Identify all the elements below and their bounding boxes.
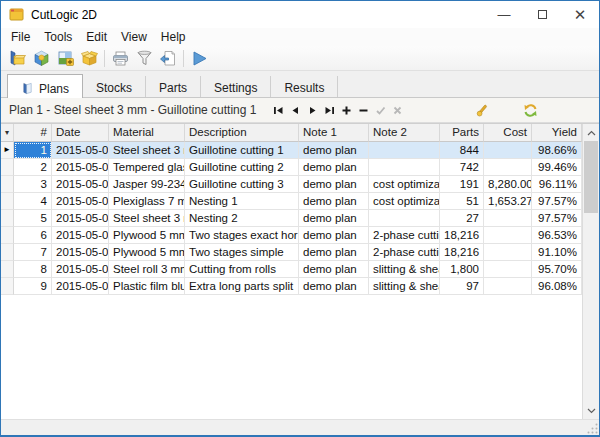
import-button[interactable] bbox=[156, 47, 180, 69]
grid-cell[interactable]: Plywood 5 mm bbox=[109, 227, 185, 244]
grid-cell[interactable]: 97.57% bbox=[532, 193, 582, 210]
grid-cell[interactable]: 98.66% bbox=[532, 142, 582, 159]
grid-cell[interactable]: demo plan bbox=[299, 278, 369, 295]
table-row[interactable]: 32015-05-05Jasper 99-234Guillotine cutti… bbox=[1, 176, 582, 193]
tab-parts[interactable]: Parts bbox=[146, 76, 201, 97]
grid-cell[interactable]: demo plan bbox=[299, 244, 369, 261]
grid-cell[interactable]: 2015-05-05 bbox=[52, 244, 109, 261]
grid-cell[interactable]: demo plan bbox=[299, 176, 369, 193]
grid-cell[interactable]: 2015-05-05 bbox=[52, 227, 109, 244]
stocks-button[interactable] bbox=[29, 47, 53, 69]
parts-button[interactable] bbox=[53, 47, 77, 69]
table-row[interactable]: 82015-05-05Steel roll 3 mmCutting from r… bbox=[1, 261, 582, 278]
delete-record-button[interactable] bbox=[355, 102, 372, 119]
insert-record-button[interactable] bbox=[338, 102, 355, 119]
grid-cell[interactable]: 1,653.27 bbox=[484, 193, 532, 210]
table-row[interactable]: 42015-05-05Plexiglass 7 mmNesting 1demo … bbox=[1, 193, 582, 210]
grid-cell[interactable]: 51 bbox=[440, 193, 484, 210]
post-edit-button[interactable] bbox=[372, 102, 389, 119]
grid-cell[interactable]: Plywood 5 mm bbox=[109, 244, 185, 261]
grid-cell[interactable]: 2015-05-05 bbox=[52, 176, 109, 193]
run-button[interactable] bbox=[187, 47, 211, 69]
tab-plans[interactable]: Plans bbox=[7, 74, 83, 98]
grid-cell[interactable] bbox=[484, 159, 532, 176]
grid-cell[interactable]: Steel roll 3 mm bbox=[109, 261, 185, 278]
open-plan-button[interactable] bbox=[5, 47, 29, 69]
grid-cell[interactable]: Steel sheet 3 mm bbox=[109, 142, 185, 159]
grid-cell[interactable]: Nesting 1 bbox=[185, 193, 299, 210]
grid-cell[interactable]: 2015-05-05 bbox=[52, 193, 109, 210]
grid-cell[interactable] bbox=[484, 142, 532, 159]
minimize-button[interactable]: — bbox=[485, 1, 523, 28]
refresh-button[interactable] bbox=[522, 102, 539, 119]
grid-cell[interactable]: 2-phase cutting bbox=[369, 227, 440, 244]
tab-results[interactable]: Results bbox=[271, 76, 338, 97]
grid-cell[interactable]: 8 bbox=[14, 261, 52, 278]
grid-cell[interactable]: 1,800 bbox=[440, 261, 484, 278]
grid-cell[interactable]: 191 bbox=[440, 176, 484, 193]
scroll-down-button[interactable] bbox=[583, 402, 599, 419]
grid-cell[interactable]: cost optimization bbox=[369, 193, 440, 210]
grid-filter-cell[interactable]: ▾ bbox=[1, 124, 14, 142]
grid-cell[interactable]: 3 bbox=[14, 176, 52, 193]
grid-cell[interactable]: 742 bbox=[440, 159, 484, 176]
materials-button[interactable] bbox=[77, 47, 101, 69]
scroll-up-button[interactable] bbox=[583, 124, 599, 141]
grid-cell[interactable]: 6 bbox=[14, 227, 52, 244]
grid-cell[interactable] bbox=[484, 210, 532, 227]
grid-cell[interactable]: 9 bbox=[14, 278, 52, 295]
grid-cell[interactable]: 2015-05-05 bbox=[52, 261, 109, 278]
column-header[interactable]: Yield bbox=[532, 124, 582, 142]
grid-cell[interactable]: 7 bbox=[14, 244, 52, 261]
grid-cell[interactable]: Steel sheet 3 mm bbox=[109, 210, 185, 227]
wand-button[interactable] bbox=[475, 102, 492, 119]
grid-cell[interactable]: Guillotine cutting 1 bbox=[185, 142, 299, 159]
scrollbar-thumb[interactable] bbox=[584, 141, 598, 213]
grid-cell[interactable]: 8,280.00 bbox=[484, 176, 532, 193]
grid-cell[interactable]: 18,216 bbox=[440, 244, 484, 261]
grid-cell[interactable]: 96.53% bbox=[532, 227, 582, 244]
grid-cell[interactable]: 99.46% bbox=[532, 159, 582, 176]
grid-cell[interactable] bbox=[369, 142, 440, 159]
grid-cell[interactable] bbox=[484, 244, 532, 261]
grid-cell[interactable]: 27 bbox=[440, 210, 484, 227]
grid-cell[interactable]: 96.11% bbox=[532, 176, 582, 193]
grid-cell[interactable]: Extra long parts split bbox=[185, 278, 299, 295]
grid-cell[interactable]: demo plan bbox=[299, 227, 369, 244]
grid-cell[interactable]: Plastic film blue bbox=[109, 278, 185, 295]
grid-cell[interactable]: 91.10% bbox=[532, 244, 582, 261]
first-record-button[interactable] bbox=[270, 102, 287, 119]
menu-file[interactable]: File bbox=[4, 29, 37, 45]
grid-cell[interactable] bbox=[369, 210, 440, 227]
last-record-button[interactable] bbox=[321, 102, 338, 119]
grid-cell[interactable] bbox=[484, 261, 532, 278]
grid-cell[interactable]: Cutting from rolls bbox=[185, 261, 299, 278]
grid-cell[interactable]: Guillotine cutting 3 bbox=[185, 176, 299, 193]
grid-cell[interactable]: demo plan bbox=[299, 193, 369, 210]
table-row[interactable]: 62015-05-05Plywood 5 mmTwo stages exact … bbox=[1, 227, 582, 244]
column-header[interactable]: Date bbox=[52, 124, 109, 142]
grid-cell[interactable] bbox=[369, 159, 440, 176]
table-row[interactable]: 52015-05-05Steel sheet 3 mmNesting 2demo… bbox=[1, 210, 582, 227]
grid-cell[interactable]: 844 bbox=[440, 142, 484, 159]
grid-cell[interactable]: Tempered glass 4 mm bbox=[109, 159, 185, 176]
grid-cell[interactable] bbox=[484, 278, 532, 295]
grid-cell[interactable]: Two stages simple bbox=[185, 244, 299, 261]
next-record-button[interactable] bbox=[304, 102, 321, 119]
grid-cell[interactable]: 95.70% bbox=[532, 261, 582, 278]
column-header[interactable]: Cost bbox=[484, 124, 532, 142]
grid-cell[interactable]: Jasper 99-234 bbox=[109, 176, 185, 193]
print-button[interactable] bbox=[108, 47, 132, 69]
grid-cell[interactable]: demo plan bbox=[299, 142, 369, 159]
column-header[interactable]: Note 2 bbox=[369, 124, 440, 142]
column-header[interactable]: Material bbox=[109, 124, 185, 142]
grid-cell[interactable]: 97 bbox=[440, 278, 484, 295]
table-row[interactable]: 92015-05-05Plastic film blueExtra long p… bbox=[1, 278, 582, 295]
grid-cell[interactable]: slitting & shearing bbox=[369, 261, 440, 278]
prior-record-button[interactable] bbox=[287, 102, 304, 119]
table-row[interactable]: 72015-05-05Plywood 5 mmTwo stages simple… bbox=[1, 244, 582, 261]
resize-grip[interactable] bbox=[586, 422, 599, 435]
maximize-button[interactable] bbox=[523, 1, 561, 28]
filter-button[interactable] bbox=[132, 47, 156, 69]
column-header[interactable]: Description bbox=[185, 124, 299, 142]
